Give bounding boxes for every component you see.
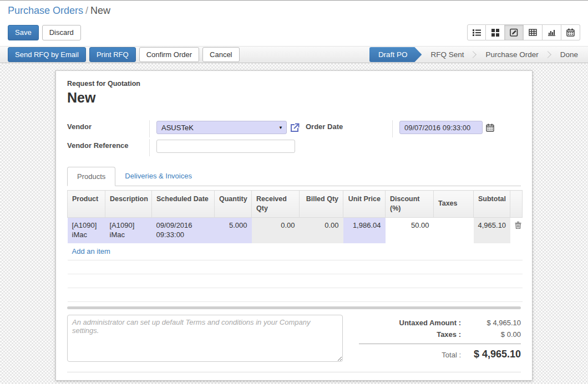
cell-scheduled-date[interactable]: 09/09/2016 09:33:00 [152,217,215,243]
vendor-reference-input[interactable] [156,140,295,153]
add-item-row: Add an item [68,243,523,260]
record-toolbar: Save Discard [8,24,580,40]
order-date-label: Order Date [306,120,392,131]
tab-deliveries-invoices[interactable]: Deliveries & Invoices [115,167,201,186]
dropdown-caret-icon: ▼ [278,125,283,130]
tab-products[interactable]: Products [67,167,115,186]
vendor-label: Vendor [67,120,149,131]
discard-button[interactable]: Discard [42,25,81,40]
open-vendor-record-icon[interactable] [290,123,300,132]
calendar-icon[interactable] [486,124,494,132]
cell-received-qty: 0.00 [252,217,300,243]
empty-line-row[interactable] [68,260,523,274]
col-header-subtotal[interactable]: Subtotal [474,191,510,218]
sheet-bottom-divider [67,372,521,372]
cell-actions [510,217,523,243]
send-rfq-by-email-button[interactable]: Send RFQ by Email [8,47,86,62]
untaxed-amount-value: $ 4,965.10 [461,319,521,327]
vendor-select[interactable]: ASUSTeK ▼ [156,121,287,134]
col-header-actions [510,191,523,218]
col-header-received-qty[interactable]: Received Qty [252,191,300,218]
cell-taxes[interactable] [434,217,474,243]
total-value: $ 4,965.10 [461,349,521,360]
untaxed-amount-label: Untaxed Amount : [359,319,461,327]
col-header-billed-qty[interactable]: Billed Qty [300,191,343,218]
vendor-selected-value: ASUSTeK [161,124,194,132]
col-header-description[interactable]: Description [105,191,152,218]
status-stage-done[interactable]: Done [551,47,588,63]
order-date-input[interactable] [399,121,483,134]
col-header-taxes[interactable]: Taxes [434,191,474,218]
cell-unit-price[interactable]: 1,986.04 [343,217,386,243]
order-lines-table: Product Description Scheduled Date Quant… [67,190,523,302]
total-label: Total : [359,351,461,359]
sheet-footer: Untaxed Amount : $ 4,965.10 Taxes : $ 0.… [67,315,521,362]
sheet-subtitle: Request for Quotation [67,80,521,88]
cancel-button[interactable]: Cancel [202,47,239,62]
col-header-unit-price[interactable]: Unit Price [343,191,386,218]
col-header-quantity[interactable]: Quantity [215,191,252,218]
breadcrumb-purchase-orders[interactable]: Purchase Orders [8,5,83,16]
cell-product[interactable]: [A1090] iMac [68,217,105,243]
calendar-view-icon[interactable] [561,24,580,40]
status-stage-purchase-order[interactable]: Purchase Order [477,47,547,63]
form-view-icon[interactable] [505,24,524,40]
confirm-order-button[interactable]: Confirm Order [139,47,199,62]
cell-quantity[interactable]: 5.000 [215,217,252,243]
top-bar: Purchase Orders/New Save Discard [0,1,588,46]
form-canvas: Request for Quotation New Vendor ASUSTeK… [0,63,588,384]
horizontal-scrollbar[interactable] [67,306,521,309]
status-stage-draft-po[interactable]: Draft PO [369,47,422,62]
breadcrumb-current: New [90,5,110,16]
list-view-icon[interactable] [467,24,486,40]
notebook-tabs: Products Deliveries & Invoices [67,167,521,186]
action-bar: Send RFQ by Email Print RFQ Confirm Orde… [0,46,588,63]
graph-view-icon[interactable] [543,24,561,40]
totals-block: Untaxed Amount : $ 4,965.10 Taxes : $ 0.… [359,315,521,362]
col-header-discount[interactable]: Discount (%) [386,191,434,218]
breadcrumb-separator: / [83,5,90,16]
cell-billed-qty: 0.00 [300,217,343,243]
terms-and-conditions-textarea[interactable] [67,315,343,362]
taxes-label: Taxes : [359,330,461,339]
table-header-row: Product Description Scheduled Date Quant… [68,191,523,218]
breadcrumb: Purchase Orders/New [8,4,580,17]
print-rfq-button[interactable]: Print RFQ [89,47,136,62]
status-bar: Draft PO RFQ Sent Purchase Order Done [369,47,588,63]
empty-line-row[interactable] [68,274,523,288]
col-header-scheduled-date[interactable]: Scheduled Date [152,191,215,218]
cell-discount[interactable]: 50.00 [386,217,434,243]
add-an-item-link[interactable]: Add an item [72,247,110,255]
cell-subtotal: 4,965.10 [474,217,510,243]
cell-description[interactable]: [A1090] iMac [105,217,152,243]
status-stage-rfq-sent[interactable]: RFQ Sent [422,47,473,63]
taxes-value: $ 0.00 [461,330,521,339]
order-line-row[interactable]: [A1090] iMac [A1090] iMac 09/09/2016 09:… [68,217,523,243]
kanban-view-icon[interactable] [486,24,505,40]
col-header-product[interactable]: Product [68,191,105,218]
empty-line-row[interactable] [68,288,523,302]
form-fields: Vendor ASUSTeK ▼ Vendor Reference [67,120,521,158]
vendor-reference-label: Vendor Reference [67,139,149,150]
pivot-view-icon[interactable] [524,24,543,40]
page-title: New [67,90,521,106]
save-button[interactable]: Save [8,25,39,40]
view-switcher [467,24,580,40]
form-sheet: Request for Quotation New Vendor ASUSTeK… [55,70,533,381]
delete-line-icon[interactable] [515,222,521,229]
